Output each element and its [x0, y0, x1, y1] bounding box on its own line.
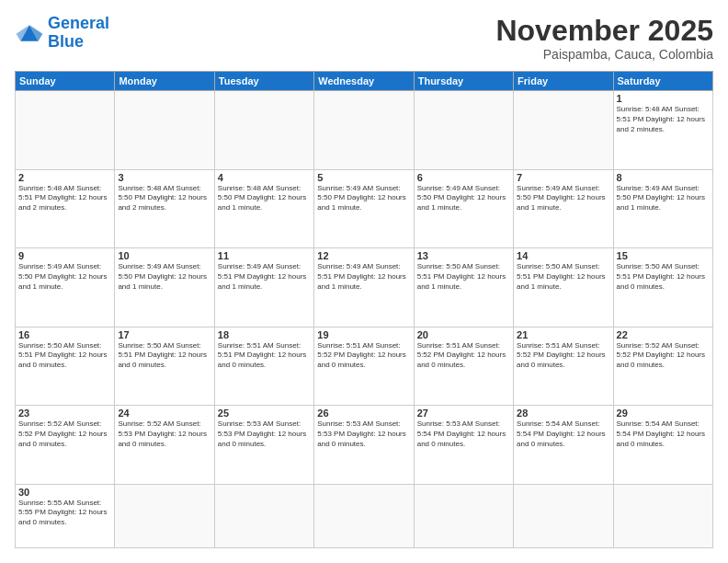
- day-info: Sunrise: 5:50 AM Sunset: 5:51 PM Dayligh…: [617, 262, 710, 292]
- title-block: November 2025 Paispamba, Cauca, Colombia: [495, 15, 713, 62]
- table-row: 25Sunrise: 5:53 AM Sunset: 5:53 PM Dayli…: [214, 406, 313, 484]
- table-row: 30Sunrise: 5:55 AM Sunset: 5:55 PM Dayli…: [16, 484, 115, 547]
- day-number: 15: [617, 250, 710, 261]
- day-info: Sunrise: 5:50 AM Sunset: 5:51 PM Dayligh…: [118, 341, 210, 371]
- day-number: 22: [617, 329, 710, 340]
- table-row: 8Sunrise: 5:49 AM Sunset: 5:50 PM Daylig…: [613, 169, 712, 247]
- header-wednesday: Wednesday: [314, 72, 414, 91]
- calendar-table: Sunday Monday Tuesday Wednesday Thursday…: [15, 71, 713, 548]
- table-row: 15Sunrise: 5:50 AM Sunset: 5:51 PM Dayli…: [613, 248, 712, 327]
- table-row: 21Sunrise: 5:51 AM Sunset: 5:52 PM Dayli…: [514, 327, 613, 405]
- table-row: [115, 91, 214, 169]
- header-monday: Monday: [115, 72, 214, 91]
- table-row: 10Sunrise: 5:49 AM Sunset: 5:50 PM Dayli…: [115, 248, 214, 327]
- table-row: 22Sunrise: 5:52 AM Sunset: 5:52 PM Dayli…: [613, 327, 712, 405]
- header-friday: Friday: [514, 72, 613, 91]
- table-row: [115, 484, 214, 547]
- day-number: 26: [317, 408, 410, 419]
- logo: General Blue: [15, 15, 109, 52]
- table-row: [414, 484, 513, 547]
- table-row: [314, 91, 414, 169]
- day-number: 20: [417, 329, 510, 340]
- table-row: 16Sunrise: 5:50 AM Sunset: 5:51 PM Dayli…: [16, 327, 115, 405]
- table-row: [214, 91, 313, 169]
- table-row: [214, 484, 313, 547]
- day-info: Sunrise: 5:50 AM Sunset: 5:51 PM Dayligh…: [18, 341, 111, 371]
- day-info: Sunrise: 5:49 AM Sunset: 5:50 PM Dayligh…: [417, 184, 510, 213]
- table-row: [613, 484, 712, 547]
- day-number: 12: [317, 250, 410, 261]
- header-tuesday: Tuesday: [214, 72, 313, 91]
- day-info: Sunrise: 5:52 AM Sunset: 5:52 PM Dayligh…: [18, 419, 111, 449]
- day-info: Sunrise: 5:54 AM Sunset: 5:54 PM Dayligh…: [517, 419, 609, 449]
- table-row: 14Sunrise: 5:50 AM Sunset: 5:51 PM Dayli…: [514, 248, 613, 327]
- day-info: Sunrise: 5:53 AM Sunset: 5:53 PM Dayligh…: [317, 419, 410, 449]
- day-info: Sunrise: 5:48 AM Sunset: 5:51 PM Dayligh…: [18, 184, 111, 213]
- location-subtitle: Paispamba, Cauca, Colombia: [495, 47, 713, 62]
- day-info: Sunrise: 5:49 AM Sunset: 5:51 PM Dayligh…: [317, 262, 410, 292]
- day-info: Sunrise: 5:52 AM Sunset: 5:53 PM Dayligh…: [118, 419, 210, 449]
- day-info: Sunrise: 5:50 AM Sunset: 5:51 PM Dayligh…: [517, 262, 609, 292]
- table-row: [314, 484, 414, 547]
- header-saturday: Saturday: [613, 72, 712, 91]
- day-info: Sunrise: 5:54 AM Sunset: 5:54 PM Dayligh…: [617, 419, 710, 449]
- day-number: 19: [317, 329, 410, 340]
- day-number: 16: [18, 329, 111, 340]
- table-row: 5Sunrise: 5:49 AM Sunset: 5:50 PM Daylig…: [314, 169, 414, 247]
- header: General Blue November 2025 Paispamba, Ca…: [15, 15, 713, 62]
- table-row: 27Sunrise: 5:53 AM Sunset: 5:54 PM Dayli…: [414, 406, 513, 484]
- day-info: Sunrise: 5:53 AM Sunset: 5:54 PM Dayligh…: [417, 419, 510, 449]
- day-info: Sunrise: 5:51 AM Sunset: 5:52 PM Dayligh…: [517, 341, 609, 371]
- month-title: November 2025: [495, 15, 713, 47]
- day-info: Sunrise: 5:51 AM Sunset: 5:51 PM Dayligh…: [218, 341, 311, 371]
- day-number: 21: [517, 329, 609, 340]
- header-thursday: Thursday: [414, 72, 513, 91]
- table-row: 18Sunrise: 5:51 AM Sunset: 5:51 PM Dayli…: [214, 327, 313, 405]
- day-number: 24: [118, 408, 210, 419]
- day-number: 30: [18, 487, 111, 498]
- day-number: 10: [118, 250, 210, 261]
- table-row: 12Sunrise: 5:49 AM Sunset: 5:51 PM Dayli…: [314, 248, 414, 327]
- table-row: [514, 91, 613, 169]
- table-row: 6Sunrise: 5:49 AM Sunset: 5:50 PM Daylig…: [414, 169, 513, 247]
- day-info: Sunrise: 5:49 AM Sunset: 5:50 PM Dayligh…: [317, 184, 410, 213]
- day-info: Sunrise: 5:49 AM Sunset: 5:50 PM Dayligh…: [18, 262, 111, 292]
- logo-icon: [15, 20, 44, 46]
- day-number: 7: [517, 172, 609, 183]
- day-info: Sunrise: 5:53 AM Sunset: 5:53 PM Dayligh…: [218, 419, 311, 449]
- page: General Blue November 2025 Paispamba, Ca…: [0, 0, 728, 563]
- table-row: 13Sunrise: 5:50 AM Sunset: 5:51 PM Dayli…: [414, 248, 513, 327]
- day-info: Sunrise: 5:49 AM Sunset: 5:50 PM Dayligh…: [517, 184, 609, 213]
- table-row: 20Sunrise: 5:51 AM Sunset: 5:52 PM Dayli…: [414, 327, 513, 405]
- day-number: 29: [617, 408, 710, 419]
- day-info: Sunrise: 5:48 AM Sunset: 5:51 PM Dayligh…: [617, 105, 710, 134]
- table-row: [514, 484, 613, 547]
- day-info: Sunrise: 5:50 AM Sunset: 5:51 PM Dayligh…: [417, 262, 510, 292]
- table-row: 3Sunrise: 5:48 AM Sunset: 5:50 PM Daylig…: [115, 169, 214, 247]
- day-number: 14: [517, 250, 609, 261]
- table-row: 28Sunrise: 5:54 AM Sunset: 5:54 PM Dayli…: [514, 406, 613, 484]
- day-number: 27: [417, 408, 510, 419]
- day-number: 5: [317, 172, 410, 183]
- table-row: 11Sunrise: 5:49 AM Sunset: 5:51 PM Dayli…: [214, 248, 313, 327]
- day-info: Sunrise: 5:49 AM Sunset: 5:51 PM Dayligh…: [218, 262, 311, 292]
- day-info: Sunrise: 5:49 AM Sunset: 5:50 PM Dayligh…: [617, 184, 710, 213]
- day-number: 13: [417, 250, 510, 261]
- table-row: 2Sunrise: 5:48 AM Sunset: 5:51 PM Daylig…: [16, 169, 115, 247]
- table-row: [16, 91, 115, 169]
- day-number: 25: [218, 408, 311, 419]
- table-row: 1Sunrise: 5:48 AM Sunset: 5:51 PM Daylig…: [613, 91, 712, 169]
- logo-text: General Blue: [48, 15, 109, 52]
- table-row: 19Sunrise: 5:51 AM Sunset: 5:52 PM Dayli…: [314, 327, 414, 405]
- day-info: Sunrise: 5:52 AM Sunset: 5:52 PM Dayligh…: [617, 341, 710, 371]
- day-number: 9: [18, 250, 111, 261]
- table-row: 29Sunrise: 5:54 AM Sunset: 5:54 PM Dayli…: [613, 406, 712, 484]
- day-number: 11: [218, 250, 311, 261]
- table-row: 24Sunrise: 5:52 AM Sunset: 5:53 PM Dayli…: [115, 406, 214, 484]
- day-info: Sunrise: 5:48 AM Sunset: 5:50 PM Dayligh…: [118, 184, 210, 213]
- day-number: 1: [617, 93, 710, 104]
- day-info: Sunrise: 5:55 AM Sunset: 5:55 PM Dayligh…: [18, 499, 111, 528]
- day-info: Sunrise: 5:48 AM Sunset: 5:50 PM Dayligh…: [218, 184, 311, 213]
- header-sunday: Sunday: [16, 72, 115, 91]
- day-number: 28: [517, 408, 609, 419]
